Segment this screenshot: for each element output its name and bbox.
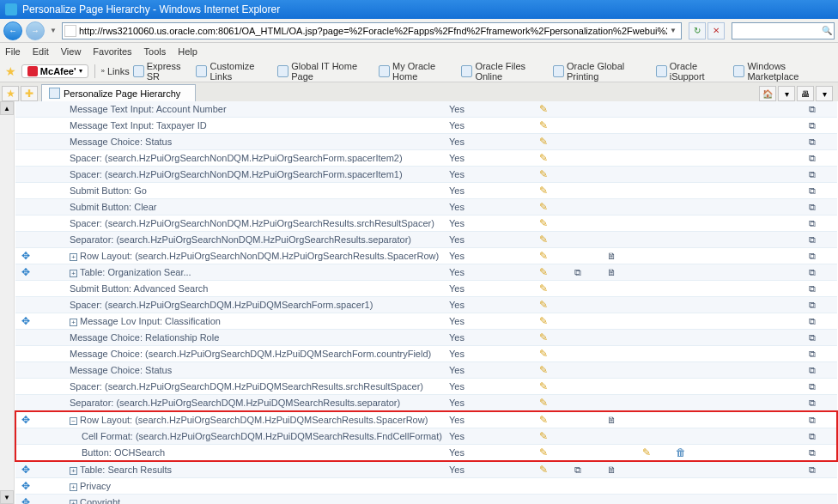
- copy-stack-icon[interactable]: ⧉: [809, 251, 816, 261]
- pencil-icon[interactable]: ✎: [641, 446, 653, 458]
- node-label[interactable]: Cell Format: (search.HzPuiOrgSearchDQM.H…: [82, 431, 442, 441]
- node-label[interactable]: Privacy: [80, 481, 111, 491]
- node-label[interactable]: Button: OCHSearch: [82, 447, 165, 458]
- pencil-icon[interactable]: ✎: [537, 168, 550, 180]
- feed-button[interactable]: ▾: [778, 86, 795, 101]
- copy-stack-icon[interactable]: ⧉: [809, 120, 816, 131]
- pencil-icon[interactable]: ✎: [537, 331, 550, 343]
- pencil-icon[interactable]: ✎: [537, 234, 550, 246]
- node-label[interactable]: Message Text Input: Taxpayer ID: [70, 120, 207, 131]
- node-label[interactable]: Submit Button: Go: [70, 185, 147, 196]
- copy-stack-icon[interactable]: ⧉: [574, 267, 581, 277]
- url-input[interactable]: [79, 23, 667, 39]
- copy-stack-icon[interactable]: ⧉: [809, 398, 816, 408]
- node-label[interactable]: Message Choice: Status: [70, 365, 172, 375]
- scroll-up-icon[interactable]: ▲: [0, 101, 14, 115]
- copy-stack-icon[interactable]: ⧉: [809, 218, 816, 228]
- copy-plain-icon[interactable]: 🗎: [607, 465, 616, 475]
- node-label[interactable]: Spacer: (search.HzPuiOrgSearchNonDQM.HzP…: [70, 153, 403, 163]
- fav-center-icon[interactable]: ✚: [21, 86, 38, 101]
- link-customize[interactable]: Customize Links: [196, 61, 274, 82]
- node-label[interactable]: Spacer: (search.HzPuiOrgSearchNonDQM.HzP…: [70, 169, 403, 179]
- menu-tools[interactable]: Tools: [144, 46, 167, 57]
- expand-icon[interactable]: +: [70, 467, 77, 475]
- node-label[interactable]: Message Choice: Status: [70, 137, 172, 147]
- copy-stack-icon[interactable]: ⧉: [809, 349, 816, 359]
- focus-icon[interactable]: ✥: [20, 480, 32, 492]
- pencil-icon[interactable]: ✎: [537, 201, 550, 213]
- node-label[interactable]: Table: Organization Sear...: [80, 267, 191, 277]
- links-folder[interactable]: »Links: [101, 66, 130, 76]
- node-label[interactable]: Spacer: (search.HzPuiOrgSearchDQM.HzPuiD…: [70, 300, 373, 310]
- copy-plain-icon[interactable]: 🗎: [607, 251, 616, 261]
- pencil-icon[interactable]: ✎: [537, 185, 550, 197]
- pencil-icon[interactable]: ✎: [537, 348, 550, 360]
- link-isupport[interactable]: Oracle iSupport: [656, 61, 731, 82]
- copy-stack-icon[interactable]: ⧉: [809, 381, 816, 392]
- pencil-icon[interactable]: ✎: [537, 152, 550, 164]
- menu-favorites[interactable]: Favorites: [93, 46, 131, 57]
- home-button[interactable]: 🏠: [759, 86, 776, 101]
- fav-add-icon[interactable]: ★: [2, 86, 19, 101]
- stop-button[interactable]: ✕: [707, 22, 725, 39]
- pencil-icon[interactable]: ✎: [537, 266, 550, 278]
- tab-personalize[interactable]: Personalize Page Hierarchy: [41, 84, 196, 101]
- menu-view[interactable]: View: [61, 46, 82, 57]
- expand-icon[interactable]: +: [70, 319, 77, 326]
- menu-file[interactable]: File: [5, 46, 21, 57]
- copy-stack-icon[interactable]: ⧉: [809, 185, 816, 196]
- link-express-sr[interactable]: Express SR: [133, 61, 193, 82]
- pencil-icon[interactable]: ✎: [537, 119, 550, 131]
- node-label[interactable]: Row Layout: (search.HzPuiOrgSearchNonDQM…: [80, 251, 439, 261]
- copy-stack-icon[interactable]: ⧉: [809, 465, 816, 475]
- focus-icon[interactable]: ✥: [20, 315, 32, 327]
- menu-edit[interactable]: Edit: [33, 46, 49, 57]
- copy-stack-icon[interactable]: ⧉: [809, 415, 816, 425]
- expand-icon[interactable]: −: [70, 417, 77, 425]
- print-button[interactable]: 🖶: [797, 86, 814, 101]
- pencil-icon[interactable]: ✎: [537, 136, 550, 148]
- expand-icon[interactable]: +: [70, 253, 77, 261]
- pencil-icon[interactable]: ✎: [537, 414, 550, 426]
- pencil-icon[interactable]: ✎: [537, 397, 550, 409]
- node-label[interactable]: Copyright: [80, 497, 120, 504]
- pencil-icon[interactable]: ✎: [537, 299, 550, 311]
- focus-icon[interactable]: ✥: [20, 464, 32, 476]
- copy-stack-icon[interactable]: ⧉: [809, 169, 816, 179]
- node-label[interactable]: Message Choice: Relationship Role: [70, 332, 219, 343]
- pencil-icon[interactable]: ✎: [537, 250, 550, 262]
- search-box[interactable]: 🔍: [732, 22, 835, 39]
- pencil-icon[interactable]: ✎: [537, 464, 550, 476]
- menu-help[interactable]: Help: [178, 46, 197, 57]
- link-global-printing[interactable]: Oracle Global Printing: [553, 61, 653, 82]
- pencil-icon[interactable]: ✎: [537, 103, 550, 115]
- link-my-oracle[interactable]: My Oracle Home: [379, 61, 458, 82]
- copy-stack-icon[interactable]: ⧉: [809, 300, 816, 310]
- node-label[interactable]: Row Layout: (search.HzPuiOrgSearchDQM.Hz…: [80, 415, 428, 425]
- node-label[interactable]: Submit Button: Clear: [70, 202, 157, 212]
- pencil-icon[interactable]: ✎: [537, 315, 550, 327]
- expand-icon[interactable]: +: [70, 270, 77, 277]
- focus-icon[interactable]: ✥: [20, 414, 32, 426]
- pencil-icon[interactable]: ✎: [537, 217, 550, 229]
- address-bar[interactable]: ▼: [62, 22, 682, 39]
- copy-stack-icon[interactable]: ⧉: [574, 465, 581, 475]
- copy-stack-icon[interactable]: ⧉: [809, 431, 816, 441]
- back-button[interactable]: ←: [3, 21, 22, 40]
- copy-plain-icon[interactable]: 🗎: [607, 415, 616, 425]
- copy-plain-icon[interactable]: 🗎: [607, 267, 616, 277]
- copy-stack-icon[interactable]: ⧉: [809, 153, 816, 163]
- pencil-icon[interactable]: ✎: [537, 364, 550, 376]
- tools-dropdown[interactable]: ▾: [816, 86, 833, 101]
- forward-button[interactable]: →: [26, 21, 45, 40]
- scroll-down-icon[interactable]: ▼: [0, 490, 14, 504]
- refresh-button[interactable]: ↻: [689, 22, 706, 39]
- copy-stack-icon[interactable]: ⧉: [809, 104, 816, 114]
- node-label[interactable]: Message Text Input: Account Number: [70, 104, 227, 114]
- node-label[interactable]: Spacer: (search.HzPuiOrgSearchDQM.HzPuiD…: [70, 381, 423, 392]
- link-files-online[interactable]: Oracle Files Online: [461, 61, 550, 82]
- trash-icon[interactable]: 🗑: [675, 446, 687, 458]
- expand-icon[interactable]: +: [70, 500, 77, 504]
- node-label[interactable]: Separator: (search.HzPuiOrgSearchNonDQM.…: [70, 234, 411, 245]
- copy-stack-icon[interactable]: ⧉: [809, 283, 816, 294]
